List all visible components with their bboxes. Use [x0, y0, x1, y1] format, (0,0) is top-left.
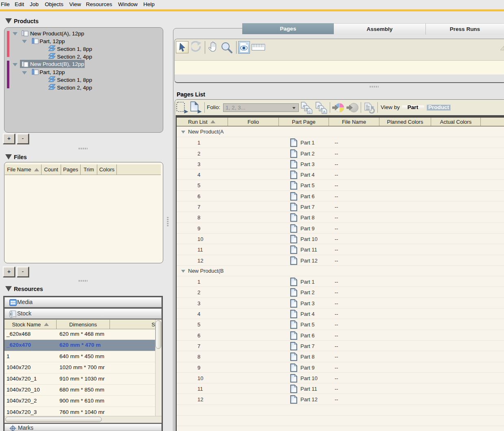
svg-text:A: A: [323, 110, 326, 114]
svg-text:C: C: [308, 110, 311, 114]
